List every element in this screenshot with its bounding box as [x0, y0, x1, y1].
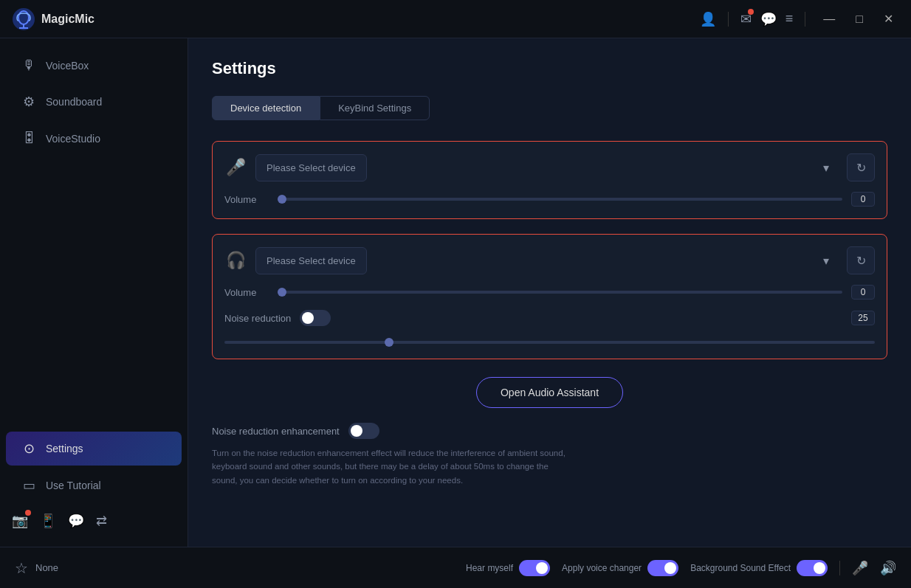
noise-reduction-toggle-knob — [302, 312, 314, 324]
hear-myself-toggle[interactable] — [519, 560, 550, 576]
star-icon[interactable]: ☆ — [15, 559, 28, 577]
sidebar-bottom-icon-3[interactable]: 💬 — [68, 513, 84, 529]
tab-device-detection[interactable]: Device detection — [212, 96, 320, 120]
sidebar-item-soundboard[interactable]: ⚙ Soundboard — [6, 85, 182, 119]
content-area: Settings Device detection KeyBind Settin… — [188, 38, 911, 547]
bottom-right: Hear myself Apply voice changer Backgrou… — [466, 560, 896, 576]
sidebar-bottom: 📷 📱 💬 ⇄ — [0, 504, 188, 538]
microphone-card: 🎤 Please Select device ↻ Volume 0 — [212, 141, 887, 219]
sidebar-label-soundboard: Soundboard — [46, 96, 102, 108]
background-sound-toggle[interactable] — [797, 560, 828, 576]
maximize-button[interactable]: □ — [850, 10, 869, 29]
none-label: None — [35, 562, 58, 573]
sidebar-label-tutorial: Use Tutorial — [46, 480, 101, 491]
noise-reduction-row: Noise reduction 25 — [224, 310, 875, 326]
voicebox-icon: 🎙 — [21, 58, 37, 73]
hear-myself-label: Hear myself — [466, 563, 513, 573]
main-layout: 🎙 VoiceBox ⚙ Soundboard 🎛 VoiceStudio ⊙ … — [0, 38, 911, 547]
soundboard-icon: ⚙ — [21, 94, 37, 110]
noise-reduction-slider[interactable] — [224, 341, 875, 344]
headphone-device-row: 🎧 Please Select device ↻ — [224, 246, 875, 274]
sidebar-bottom-icon-4[interactable]: ⇄ — [96, 513, 107, 529]
sidebar-item-voicebox[interactable]: 🎙 VoiceBox — [6, 49, 182, 82]
sidebar-item-usetutorial[interactable]: ▭ Use Tutorial — [6, 468, 182, 502]
sidebar-bottom-icon-1[interactable]: 📷 — [12, 513, 28, 529]
sidebar-label-settings: Settings — [46, 443, 83, 454]
headphone-select-wrapper: Please Select device — [255, 247, 838, 274]
enhancement-row: Noise reduction enhancement — [212, 423, 887, 439]
mail-icon[interactable]: ✉ — [740, 11, 752, 27]
divider — [728, 12, 729, 27]
user-icon[interactable]: 👤 — [700, 11, 716, 27]
headphone-icon: 🎧 — [224, 251, 247, 270]
bottom-left: ☆ None — [15, 559, 58, 577]
headphone-volume-row: Volume 0 — [224, 285, 875, 300]
close-button[interactable]: ✕ — [878, 9, 899, 29]
apply-voice-changer-control: Apply voice changer — [562, 560, 678, 576]
headphone-volume-label: Volume — [224, 287, 269, 298]
sidebar-label-voicebox: VoiceBox — [46, 60, 89, 72]
bottom-bar: ☆ None Hear myself Apply voice changer B… — [0, 547, 911, 588]
enhancement-label: Noise reduction enhancement — [212, 426, 340, 437]
noise-reduction-label: Noise reduction — [224, 313, 291, 324]
headphone-select[interactable]: Please Select device — [255, 247, 367, 274]
microphone-device-row: 🎤 Please Select device ↻ — [224, 153, 875, 181]
microphone-volume-slider[interactable] — [278, 198, 842, 201]
microphone-select[interactable]: Please Select device — [255, 154, 367, 181]
background-sound-label: Background Sound Effect — [690, 563, 791, 573]
title-bar-right: 👤 ✉ 💬 ≡ — □ ✕ — [700, 9, 899, 29]
microphone-refresh-button[interactable]: ↻ — [847, 153, 875, 181]
tutorial-icon: ▭ — [21, 477, 37, 494]
apply-voice-changer-knob — [664, 562, 676, 574]
headphone-volume-slider[interactable] — [278, 291, 842, 294]
apply-voice-changer-label: Apply voice changer — [562, 563, 642, 573]
enhancement-description: Turn on the noise reduction enhancement … — [212, 446, 566, 487]
bottom-divider — [839, 561, 840, 575]
enhancement-toggle-knob — [351, 425, 362, 437]
microphone-icon: 🎤 — [224, 158, 247, 177]
sidebar-bottom-icon-2[interactable]: 📱 — [40, 513, 56, 529]
minimize-button[interactable]: — — [817, 10, 841, 29]
title-bar: MagicMic 👤 ✉ 💬 ≡ — □ ✕ — [0, 0, 911, 38]
sidebar: 🎙 VoiceBox ⚙ Soundboard 🎛 VoiceStudio ⊙ … — [0, 38, 188, 547]
speaker-bottom-icon[interactable]: 🔊 — [880, 560, 896, 576]
headphone-card: 🎧 Please Select device ↻ Volume 0 Noise … — [212, 234, 887, 359]
settings-icon: ⊙ — [21, 440, 37, 457]
voicestudio-icon: 🎛 — [21, 131, 37, 146]
background-sound-knob — [814, 562, 825, 574]
sidebar-label-voicestudio: VoiceStudio — [46, 133, 100, 145]
microphone-bottom-icon[interactable]: 🎤 — [852, 560, 868, 576]
enhancement-toggle[interactable] — [348, 423, 379, 439]
microphone-volume-label: Volume — [224, 194, 269, 205]
icon-badge — [25, 510, 31, 516]
discord-icon[interactable]: 💬 — [760, 11, 777, 27]
menu-icon[interactable]: ≡ — [785, 11, 794, 27]
app-title: MagicMic — [41, 13, 94, 26]
microphone-volume-row: Volume 0 — [224, 192, 875, 207]
tabs: Device detection KeyBind Settings — [212, 96, 887, 120]
noise-reduction-value: 25 — [851, 311, 875, 325]
hear-myself-control: Hear myself — [466, 560, 550, 576]
sidebar-spacer — [0, 156, 188, 430]
headphone-refresh-button[interactable]: ↻ — [847, 246, 875, 274]
headphone-volume-value: 0 — [851, 285, 875, 300]
app-logo-icon — [12, 7, 35, 31]
enhancement-section: Noise reduction enhancement Turn on the … — [212, 423, 887, 487]
open-audio-assistant-button[interactable]: Open Audio Assistant — [476, 377, 623, 408]
apply-voice-changer-toggle[interactable] — [647, 560, 678, 576]
noise-reduction-toggle[interactable] — [300, 310, 331, 326]
noise-slider-row — [224, 333, 875, 347]
sidebar-item-voicestudio[interactable]: 🎛 VoiceStudio — [6, 122, 182, 155]
mail-badge — [748, 9, 754, 15]
app-logo: MagicMic — [12, 7, 94, 31]
sidebar-item-settings[interactable]: ⊙ Settings — [6, 432, 182, 466]
microphone-select-wrapper: Please Select device — [255, 154, 838, 181]
hear-myself-knob — [536, 562, 548, 574]
tab-keybind-settings[interactable]: KeyBind Settings — [320, 96, 430, 120]
divider2 — [805, 12, 805, 27]
microphone-volume-value: 0 — [851, 192, 875, 207]
background-sound-control: Background Sound Effect — [690, 560, 828, 576]
page-title: Settings — [212, 59, 887, 78]
